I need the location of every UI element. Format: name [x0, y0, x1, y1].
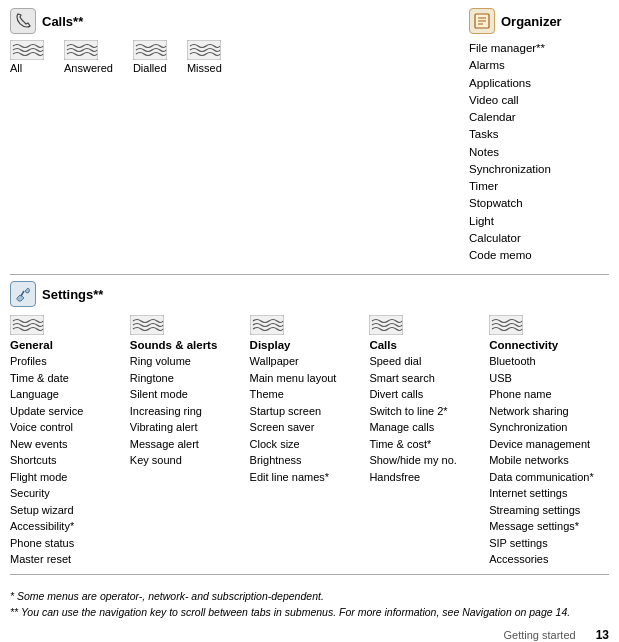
list-item[interactable]: Device management [489, 436, 605, 453]
calls-tab-answered-label: Answered [64, 62, 113, 74]
list-item[interactable]: Divert calls [369, 386, 485, 403]
list-item[interactable]: Clock size [250, 436, 366, 453]
settings-col-3-list: Speed dial Smart search Divert calls Swi… [369, 353, 485, 485]
organizer-header: Organizer [469, 8, 609, 34]
list-item[interactable]: Streaming settings [489, 502, 605, 519]
list-item[interactable]: Manage calls [369, 419, 485, 436]
settings-col-4-list: Bluetooth USB Phone name Network sharing… [489, 353, 605, 568]
list-item[interactable]: Stopwatch [469, 195, 609, 212]
svg-rect-3 [187, 40, 221, 60]
list-item[interactable]: Smart search [369, 370, 485, 387]
svg-rect-11 [250, 315, 284, 335]
top-divider [10, 274, 609, 275]
list-item[interactable]: Key sound [130, 452, 246, 469]
list-item[interactable]: Increasing ring [130, 403, 246, 420]
settings-header: Settings** [10, 281, 609, 307]
settings-col-0-title: General [10, 339, 126, 351]
list-item[interactable]: Time & cost* [369, 436, 485, 453]
svg-rect-0 [10, 40, 44, 60]
settings-col-1-list: Ring volume Ringtone Silent mode Increas… [130, 353, 246, 469]
list-item[interactable]: Screen saver [250, 419, 366, 436]
list-item[interactable]: Data communication* [489, 469, 605, 486]
list-item[interactable]: Notes [469, 144, 609, 161]
calls-tab-answered[interactable]: Answered [64, 40, 113, 74]
list-item[interactable]: Vibrating alert [130, 419, 246, 436]
list-item[interactable]: Theme [250, 386, 366, 403]
list-item[interactable]: Message settings* [489, 518, 605, 535]
list-item[interactable]: Silent mode [130, 386, 246, 403]
list-item[interactable]: Message alert [130, 436, 246, 453]
list-item[interactable]: Phone status [10, 535, 126, 552]
list-item[interactable]: Security [10, 485, 126, 502]
list-item[interactable]: Speed dial [369, 353, 485, 370]
list-item[interactable]: Phone name [489, 386, 605, 403]
svg-line-8 [21, 291, 24, 296]
list-item[interactable]: Startup screen [250, 403, 366, 420]
settings-section: Settings** General Profiles Time & date [10, 281, 609, 568]
calls-tab-dialled[interactable]: Dialled [133, 40, 167, 74]
settings-title: Settings** [42, 287, 103, 302]
svg-rect-2 [133, 40, 167, 60]
organizer-list: File manager** Alarms Applications Video… [469, 40, 609, 264]
list-item[interactable]: New events [10, 436, 126, 453]
list-item[interactable]: Mobile networks [489, 452, 605, 469]
list-item[interactable]: Accessibility* [10, 518, 126, 535]
list-item[interactable]: Ring volume [130, 353, 246, 370]
settings-col-3-title: Calls [369, 339, 485, 351]
page: Calls** All [0, 0, 619, 642]
svg-rect-13 [489, 315, 523, 335]
calls-tab-missed[interactable]: Missed [187, 40, 222, 74]
calls-section: Calls** All [10, 8, 469, 264]
organizer-title: Organizer [501, 14, 562, 29]
svg-rect-9 [10, 315, 44, 335]
list-item[interactable]: Light [469, 213, 609, 230]
list-item[interactable]: Profiles [10, 353, 126, 370]
list-item[interactable]: Applications [469, 75, 609, 92]
list-item[interactable]: Tasks [469, 126, 609, 143]
list-item[interactable]: Show/hide my no. [369, 452, 485, 469]
list-item[interactable]: Language [10, 386, 126, 403]
list-item[interactable]: Wallpaper [250, 353, 366, 370]
page-label: Getting started [503, 629, 575, 641]
settings-col-calls: Calls Speed dial Smart search Divert cal… [369, 315, 489, 568]
list-item[interactable]: Edit line names* [250, 469, 366, 486]
list-item[interactable]: Voice control [10, 419, 126, 436]
list-item[interactable]: Synchronization [489, 419, 605, 436]
calls-icon [10, 8, 36, 34]
list-item[interactable]: Bluetooth [489, 353, 605, 370]
list-item[interactable]: Accessories [489, 551, 605, 568]
list-item[interactable]: Time & date [10, 370, 126, 387]
list-item[interactable]: Brightness [250, 452, 366, 469]
list-item[interactable]: Video call [469, 92, 609, 109]
list-item[interactable]: Setup wizard [10, 502, 126, 519]
list-item[interactable]: Alarms [469, 57, 609, 74]
list-item[interactable]: Ringtone [130, 370, 246, 387]
svg-rect-10 [130, 315, 164, 335]
settings-col-sounds: Sounds & alerts Ring volume Ringtone Sil… [130, 315, 250, 568]
list-item[interactable]: Handsfree [369, 469, 485, 486]
calls-tab-dialled-label: Dialled [133, 62, 167, 74]
list-item[interactable]: Main menu layout [250, 370, 366, 387]
list-item[interactable]: Shortcuts [10, 452, 126, 469]
list-item[interactable]: SIP settings [489, 535, 605, 552]
list-item[interactable]: Network sharing [489, 403, 605, 420]
calls-tab-all-label: All [10, 62, 22, 74]
list-item[interactable]: Internet settings [489, 485, 605, 502]
list-item[interactable]: Switch to line 2* [369, 403, 485, 420]
list-item[interactable]: Update service [10, 403, 126, 420]
list-item[interactable]: Calculator [469, 230, 609, 247]
organizer-icon [469, 8, 495, 34]
list-item[interactable]: USB [489, 370, 605, 387]
list-item[interactable]: Timer [469, 178, 609, 195]
settings-col-0-list: Profiles Time & date Language Update ser… [10, 353, 126, 568]
list-item[interactable]: Code memo [469, 247, 609, 264]
svg-rect-12 [369, 315, 403, 335]
list-item[interactable]: File manager** [469, 40, 609, 57]
calls-title: Calls** [42, 14, 83, 29]
list-item[interactable]: Synchronization [469, 161, 609, 178]
calls-tab-all[interactable]: All [10, 40, 44, 74]
organizer-section: Organizer File manager** Alarms Applicat… [469, 8, 609, 264]
list-item[interactable]: Master reset [10, 551, 126, 568]
list-item[interactable]: Flight mode [10, 469, 126, 486]
list-item[interactable]: Calendar [469, 109, 609, 126]
